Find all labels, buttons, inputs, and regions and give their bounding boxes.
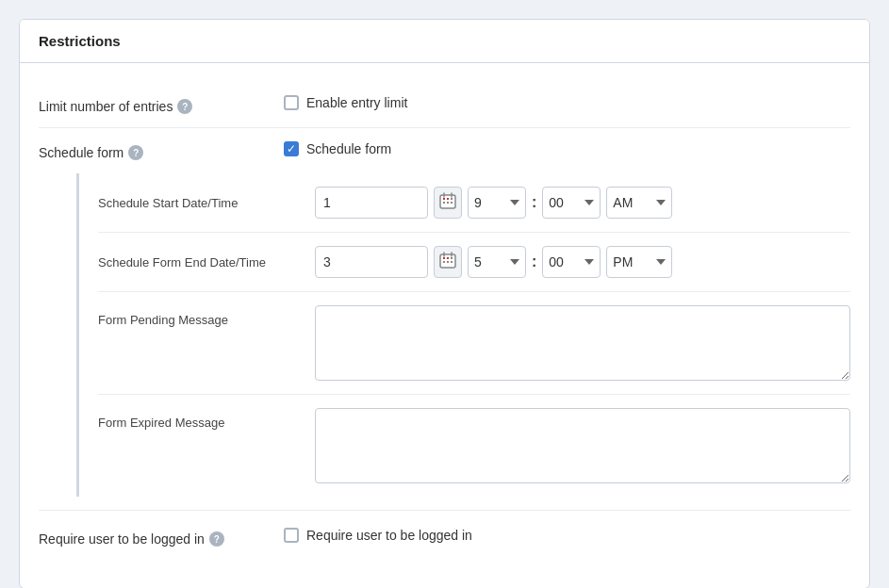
schedule-end-min-select[interactable]: 00051015 20253035 40455055	[542, 246, 601, 278]
schedule-start-hour-select[interactable]: 1234 5678 9101112	[468, 187, 526, 219]
require-login-checkbox[interactable]	[284, 528, 299, 543]
svg-rect-12	[451, 257, 453, 259]
svg-rect-2	[447, 198, 449, 200]
schedule-start-calendar-button[interactable]	[434, 187, 462, 219]
require-login-text: Require user to be logged in	[39, 531, 205, 547]
schedule-end-row: Schedule Form End Date/Time	[98, 233, 850, 292]
restrictions-panel: Restrictions Limit number of entries ? E…	[19, 19, 870, 588]
schedule-end-control: 1234 5678 9101112 : 00051015 20253035 40…	[315, 246, 850, 278]
schedule-start-date-input[interactable]	[315, 187, 428, 219]
schedule-form-row: Schedule form ? ✓ Schedule form	[39, 128, 850, 511]
schedule-form-control: ✓ Schedule form	[284, 141, 850, 156]
schedule-content: Schedule Start Date/Time	[79, 173, 850, 497]
pending-message-row: Form Pending Message	[98, 292, 850, 395]
colon-2: :	[532, 253, 536, 270]
limit-entries-control: Enable entry limit	[284, 95, 850, 110]
require-login-label: Require user to be logged in ?	[39, 528, 284, 547]
enable-entry-limit-checkbox[interactable]	[284, 95, 299, 110]
expired-message-row: Form Expired Message	[98, 395, 850, 497]
schedule-start-control: 1234 5678 9101112 : 00051015 20253035 40…	[315, 187, 850, 219]
schedule-form-help-icon[interactable]: ?	[128, 145, 143, 160]
calendar-icon	[439, 192, 456, 213]
require-login-row: Require user to be logged in ? Require u…	[39, 514, 850, 560]
limit-entries-label: Limit number of entries ?	[39, 95, 284, 114]
expired-message-control	[315, 408, 850, 483]
schedule-end-hour-select[interactable]: 1234 5678 9101112	[468, 246, 526, 278]
schedule-end-date-input[interactable]	[315, 246, 428, 278]
svg-rect-1	[443, 198, 445, 200]
schedule-form-checkmark: ✓	[287, 143, 296, 155]
enable-entry-limit-label: Enable entry limit	[306, 95, 407, 110]
pending-message-control	[315, 305, 850, 381]
expired-message-label: Form Expired Message	[98, 408, 315, 430]
schedule-form-checkbox-label: Schedule form	[306, 141, 391, 156]
enable-entry-limit-checkbox-wrapper[interactable]: Enable entry limit	[284, 95, 407, 110]
svg-rect-14	[447, 261, 449, 263]
limit-entries-row: Limit number of entries ? Enable entry l…	[39, 82, 850, 128]
schedule-form-checkbox[interactable]: ✓	[284, 141, 299, 156]
panel-title: Restrictions	[20, 20, 869, 63]
schedule-start-row: Schedule Start Date/Time	[98, 173, 850, 233]
schedule-end-ampm-select[interactable]: AMPM	[606, 246, 672, 278]
schedule-start-label: Schedule Start Date/Time	[98, 196, 315, 210]
svg-rect-13	[443, 261, 445, 263]
limit-entries-text: Limit number of entries	[39, 99, 173, 114]
svg-rect-4	[443, 202, 445, 204]
require-login-checkbox-label: Require user to be logged in	[306, 528, 472, 543]
expired-message-textarea[interactable]	[315, 408, 850, 483]
schedule-start-min-select[interactable]: 00051015 20253035 40455055	[542, 187, 601, 219]
svg-rect-5	[447, 202, 449, 204]
svg-rect-10	[443, 257, 445, 259]
require-login-control: Require user to be logged in	[284, 528, 850, 543]
calendar-end-icon	[439, 252, 456, 272]
schedule-end-label: Schedule Form End Date/Time	[98, 255, 315, 270]
schedule-form-text: Schedule form	[39, 145, 123, 160]
svg-rect-11	[447, 257, 449, 259]
schedule-end-calendar-button[interactable]	[434, 246, 462, 278]
pending-message-textarea[interactable]	[315, 305, 850, 381]
svg-rect-15	[451, 261, 453, 263]
schedule-start-ampm-select[interactable]: AMPM	[606, 187, 672, 219]
panel-body: Limit number of entries ? Enable entry l…	[20, 63, 869, 588]
schedule-sub-section: Schedule Start Date/Time	[39, 173, 850, 510]
svg-rect-3	[451, 198, 453, 200]
pending-message-label: Form Pending Message	[98, 305, 315, 327]
schedule-form-label: Schedule form ?	[39, 141, 284, 160]
limit-entries-help-icon[interactable]: ?	[177, 99, 192, 114]
svg-rect-6	[451, 202, 453, 204]
require-login-checkbox-wrapper[interactable]: Require user to be logged in	[284, 528, 472, 543]
require-login-help-icon[interactable]: ?	[209, 531, 224, 547]
schedule-form-checkbox-wrapper[interactable]: ✓ Schedule form	[284, 141, 391, 156]
colon-1: :	[532, 194, 536, 211]
